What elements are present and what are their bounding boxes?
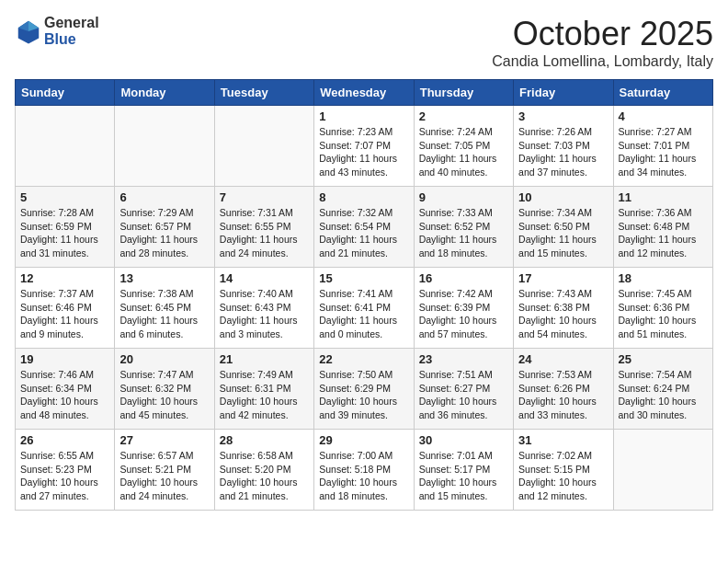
day-info: Daylight: 11 hours and 6 minutes. (119, 314, 209, 340)
day-info: Sunrise: 6:57 AM (119, 449, 209, 463)
day-info: Daylight: 11 hours and 40 minutes. (419, 152, 508, 178)
day-info: Sunset: 7:01 PM (619, 139, 708, 153)
day-info: Sunset: 6:46 PM (20, 301, 109, 315)
day-number: 14 (220, 271, 309, 285)
day-info: Sunrise: 7:40 AM (220, 287, 309, 301)
calendar-cell (214, 106, 313, 187)
day-info: Daylight: 10 hours and 24 minutes. (119, 476, 209, 502)
calendar-cell: 27Sunrise: 6:57 AMSunset: 5:21 PMDayligh… (115, 430, 214, 511)
day-number: 25 (619, 352, 708, 366)
day-info: Daylight: 11 hours and 34 minutes. (619, 152, 708, 178)
day-number: 10 (518, 190, 608, 204)
day-info: Daylight: 11 hours and 9 minutes. (20, 314, 109, 340)
day-info: Sunset: 5:15 PM (518, 463, 608, 477)
day-info: Sunset: 6:26 PM (518, 382, 608, 396)
day-number: 3 (518, 109, 608, 123)
calendar-cell: 2Sunrise: 7:24 AMSunset: 7:05 PMDaylight… (414, 106, 513, 187)
day-info: Sunrise: 7:02 AM (518, 449, 608, 463)
day-info: Sunset: 5:17 PM (419, 463, 508, 477)
day-number: 6 (119, 190, 209, 204)
calendar-table: SundayMondayTuesdayWednesdayThursdayFrid… (15, 79, 713, 511)
day-info: Sunset: 7:05 PM (419, 139, 508, 153)
day-info: Daylight: 10 hours and 51 minutes. (619, 314, 708, 340)
day-info: Sunrise: 7:41 AM (319, 287, 408, 301)
day-info: Daylight: 10 hours and 12 minutes. (518, 476, 608, 502)
calendar-cell: 26Sunrise: 6:55 AMSunset: 5:23 PMDayligh… (16, 430, 115, 511)
logo-general-text: General (44, 15, 99, 30)
day-number: 8 (319, 190, 408, 204)
day-info: Daylight: 11 hours and 21 minutes. (319, 233, 408, 259)
calendar-cell: 7Sunrise: 7:31 AMSunset: 6:55 PMDaylight… (214, 187, 313, 268)
day-info: Daylight: 11 hours and 37 minutes. (518, 152, 608, 178)
weekday-header-friday: Friday (514, 80, 613, 106)
day-number: 20 (119, 352, 209, 366)
day-info: Daylight: 10 hours and 21 minutes. (220, 476, 309, 502)
calendar-cell: 3Sunrise: 7:26 AMSunset: 7:03 PMDaylight… (514, 106, 613, 187)
logo-icon (15, 17, 42, 45)
day-info: Sunset: 5:20 PM (220, 463, 309, 477)
day-number: 5 (20, 190, 109, 204)
day-info: Sunset: 6:39 PM (419, 301, 508, 315)
day-info: Sunset: 7:07 PM (319, 139, 408, 153)
weekday-header-monday: Monday (115, 80, 214, 106)
day-info: Sunset: 5:21 PM (119, 463, 209, 477)
day-number: 31 (518, 433, 608, 447)
weekday-header-tuesday: Tuesday (214, 80, 313, 106)
day-info: Sunrise: 7:36 AM (619, 206, 708, 220)
calendar-cell: 1Sunrise: 7:23 AMSunset: 7:07 PMDaylight… (314, 106, 414, 187)
day-info: Sunset: 6:31 PM (220, 382, 309, 396)
calendar-cell: 22Sunrise: 7:50 AMSunset: 6:29 PMDayligh… (314, 349, 414, 430)
day-info: Daylight: 11 hours and 0 minutes. (319, 314, 408, 340)
calendar-cell: 31Sunrise: 7:02 AMSunset: 5:15 PMDayligh… (514, 430, 613, 511)
day-info: Daylight: 11 hours and 15 minutes. (518, 233, 608, 259)
day-number: 19 (20, 352, 109, 366)
day-info: Sunrise: 7:47 AM (119, 368, 209, 382)
day-info: Daylight: 11 hours and 3 minutes. (220, 314, 309, 340)
week-row-2: 5Sunrise: 7:28 AMSunset: 6:59 PMDaylight… (16, 187, 713, 268)
day-number: 2 (419, 109, 508, 123)
calendar-cell: 20Sunrise: 7:47 AMSunset: 6:32 PMDayligh… (115, 349, 214, 430)
title-block: October 2025 Candia Lomellina, Lombardy,… (492, 15, 713, 70)
day-number: 21 (220, 352, 309, 366)
calendar-cell: 16Sunrise: 7:42 AMSunset: 6:39 PMDayligh… (414, 268, 513, 349)
day-info: Sunset: 6:27 PM (419, 382, 508, 396)
calendar-cell: 4Sunrise: 7:27 AMSunset: 7:01 PMDaylight… (613, 106, 712, 187)
weekday-header-row: SundayMondayTuesdayWednesdayThursdayFrid… (16, 80, 713, 106)
day-number: 22 (319, 352, 408, 366)
day-info: Daylight: 10 hours and 48 minutes. (20, 395, 109, 421)
day-info: Sunrise: 7:46 AM (20, 368, 109, 382)
day-info: Sunset: 6:36 PM (619, 301, 708, 315)
calendar-cell: 13Sunrise: 7:38 AMSunset: 6:45 PMDayligh… (115, 268, 214, 349)
day-number: 1 (319, 109, 408, 123)
day-number: 15 (319, 271, 408, 285)
day-info: Daylight: 10 hours and 54 minutes. (518, 314, 608, 340)
day-info: Daylight: 10 hours and 18 minutes. (319, 476, 408, 502)
day-info: Sunset: 6:32 PM (119, 382, 209, 396)
calendar-cell: 24Sunrise: 7:53 AMSunset: 6:26 PMDayligh… (514, 349, 613, 430)
day-info: Sunrise: 6:58 AM (220, 449, 309, 463)
day-info: Daylight: 10 hours and 57 minutes. (419, 314, 508, 340)
week-row-1: 1Sunrise: 7:23 AMSunset: 7:07 PMDaylight… (16, 106, 713, 187)
day-info: Daylight: 10 hours and 15 minutes. (419, 476, 508, 502)
day-number: 11 (619, 190, 708, 204)
weekday-header-wednesday: Wednesday (314, 80, 414, 106)
day-info: Sunrise: 6:55 AM (20, 449, 109, 463)
week-row-4: 19Sunrise: 7:46 AMSunset: 6:34 PMDayligh… (16, 349, 713, 430)
day-info: Sunset: 6:50 PM (518, 220, 608, 234)
day-info: Sunrise: 7:01 AM (419, 449, 508, 463)
day-info: Daylight: 11 hours and 12 minutes. (619, 233, 708, 259)
day-info: Sunrise: 7:28 AM (20, 206, 109, 220)
day-info: Daylight: 10 hours and 36 minutes. (419, 395, 508, 421)
day-number: 17 (518, 271, 608, 285)
day-info: Sunrise: 7:24 AM (419, 125, 508, 139)
day-info: Sunrise: 7:31 AM (220, 206, 309, 220)
day-info: Sunset: 6:43 PM (220, 301, 309, 315)
calendar-cell: 15Sunrise: 7:41 AMSunset: 6:41 PMDayligh… (314, 268, 414, 349)
day-number: 13 (119, 271, 209, 285)
day-info: Sunrise: 7:23 AM (319, 125, 408, 139)
calendar-cell: 10Sunrise: 7:34 AMSunset: 6:50 PMDayligh… (514, 187, 613, 268)
day-info: Daylight: 11 hours and 18 minutes. (419, 233, 508, 259)
day-info: Sunrise: 7:29 AM (119, 206, 209, 220)
week-row-5: 26Sunrise: 6:55 AMSunset: 5:23 PMDayligh… (16, 430, 713, 511)
logo: General Blue (15, 15, 99, 48)
